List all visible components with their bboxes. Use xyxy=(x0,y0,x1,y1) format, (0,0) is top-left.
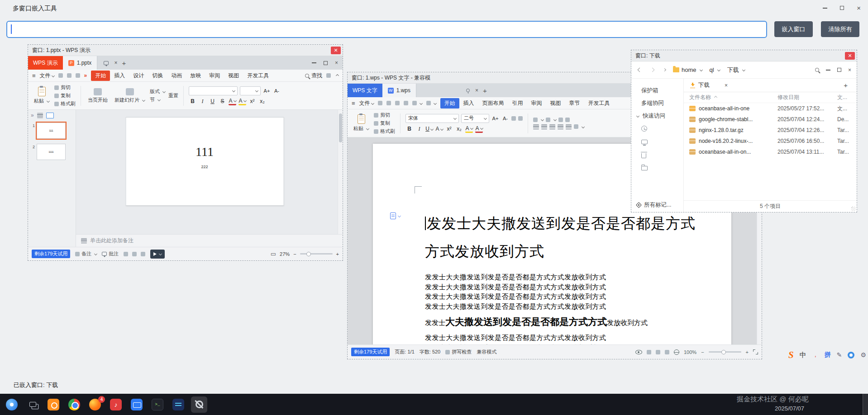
save-icon[interactable] xyxy=(58,73,63,78)
sidebar-item-quick-access[interactable]: 快速访问 xyxy=(631,109,683,122)
forward-icon[interactable] xyxy=(650,68,655,72)
scrollbar-thumb[interactable] xyxy=(339,113,342,142)
format-painter-button[interactable]: 格式刷 xyxy=(54,100,76,107)
redo-button[interactable] xyxy=(426,101,436,105)
close-tab-icon[interactable]: × xyxy=(475,88,478,93)
format-painter-button[interactable]: 格式刷 xyxy=(374,128,395,135)
host-maximize-icon[interactable] xyxy=(840,6,844,10)
writer-menu-item[interactable]: 插入 xyxy=(459,98,478,108)
sidebar-item-all-tags[interactable]: 所有标记... xyxy=(637,201,671,209)
files-tab-downloads[interactable]: 下载 × xyxy=(688,79,730,92)
format-painter-icon[interactable] xyxy=(404,101,408,105)
reading-view-icon[interactable] xyxy=(141,252,145,256)
ime-logo[interactable]: S xyxy=(788,349,794,361)
ppt-app-close-icon[interactable]: × xyxy=(335,60,338,66)
ppt-menu-item[interactable]: 插入 xyxy=(110,71,129,81)
writer-menu-item[interactable]: 开发工具 xyxy=(584,98,614,108)
search-icon[interactable] xyxy=(815,68,819,72)
close-tab-icon[interactable]: × xyxy=(725,83,728,88)
increase-font-icon[interactable]: A+ xyxy=(263,87,271,94)
writer-menu-item[interactable]: 页面布局 xyxy=(478,98,508,108)
section-button[interactable]: 节 xyxy=(150,96,165,103)
multitasking-view-icon[interactable] xyxy=(24,396,41,413)
terminal-icon[interactable]: >_ xyxy=(149,396,166,413)
file-row[interactable]: google-chrome-stabl... 2025/07/04 12:24.… xyxy=(684,114,857,125)
zoom-in-icon[interactable]: + xyxy=(746,349,749,355)
notes-bar[interactable]: 单击此处添加备注 xyxy=(76,234,343,247)
line-spacing-icon[interactable] xyxy=(574,124,578,129)
column-date[interactable]: 修改日期 xyxy=(777,94,837,101)
comments-toggle[interactable]: 批注 xyxy=(102,250,119,257)
increase-font-icon[interactable]: A+ xyxy=(491,114,499,122)
ppt-doc-tab[interactable]: P 1.pptx xyxy=(63,56,98,70)
ime-settings-icon[interactable]: ⚙ xyxy=(860,351,866,358)
launcher-icon[interactable] xyxy=(4,396,20,413)
font-color-icon[interactable]: A xyxy=(229,98,236,105)
slideshow-play-button[interactable] xyxy=(150,250,165,259)
decrease-font-icon[interactable]: A- xyxy=(273,87,281,94)
underline-icon[interactable]: U xyxy=(425,125,433,133)
mail-app-icon[interactable] xyxy=(129,396,145,413)
strikethrough-icon[interactable]: S xyxy=(219,98,226,105)
sidebar-item-recent[interactable] xyxy=(631,122,683,135)
new-tab-button[interactable]: + xyxy=(117,56,130,70)
new-slide-button[interactable]: 新建幻灯片 xyxy=(113,88,147,104)
font-color-icon[interactable]: A xyxy=(475,125,483,133)
zoom-out-icon[interactable]: − xyxy=(701,349,704,355)
cut-button[interactable]: 剪切 xyxy=(374,112,395,118)
preview-icon[interactable] xyxy=(76,73,80,78)
file-row[interactable]: nginx-1.28.0.tar.gz 2025/07/04 12:26... … xyxy=(684,125,857,136)
ime-pinyin-mode[interactable]: 拼 xyxy=(825,351,831,359)
ppt-menu-item[interactable]: 开始 xyxy=(91,71,110,81)
zoom-slider[interactable] xyxy=(709,351,741,353)
clear-format-icon[interactable] xyxy=(511,116,516,121)
undo-button[interactable] xyxy=(412,101,422,105)
app-store-icon[interactable] xyxy=(45,396,62,413)
bullet-list-icon[interactable] xyxy=(533,118,538,122)
style-mark[interactable] xyxy=(390,212,401,219)
paste-button[interactable]: 粘贴 xyxy=(32,87,51,104)
ppt-app-minimize-icon[interactable] xyxy=(312,62,316,63)
zoom-in-icon[interactable]: + xyxy=(336,251,339,257)
ime-punctuation-toggle[interactable]: ， xyxy=(812,351,819,359)
embed-input[interactable] xyxy=(6,21,767,38)
breadcrumb-home[interactable]: home xyxy=(673,66,702,73)
resize-grip[interactable] xyxy=(851,207,856,211)
copy-button[interactable]: 复制 xyxy=(374,120,395,127)
numbered-list-icon[interactable] xyxy=(546,118,550,122)
fullscreen-icon[interactable] xyxy=(753,349,758,354)
hamburger-icon[interactable]: ≡ xyxy=(352,100,355,107)
font-name-combo[interactable] xyxy=(189,86,238,95)
ppt-menu-item[interactable]: 开发工具 xyxy=(243,71,273,81)
settings-icon[interactable] xyxy=(326,73,331,78)
fm-minimize-icon[interactable] xyxy=(826,70,830,71)
sidebar-item-vault[interactable]: 保护箱 xyxy=(631,84,683,97)
align-justify-icon[interactable] xyxy=(558,124,563,129)
show-desktop-button[interactable] xyxy=(863,394,868,415)
wps-writer-button[interactable]: WPS 文字 xyxy=(348,84,382,97)
font-size-combo[interactable]: 二号 xyxy=(461,114,489,123)
feedback-icon[interactable] xyxy=(104,61,109,65)
ime-handwriting-icon[interactable]: ✎ xyxy=(837,351,842,358)
writer-menu-item[interactable]: 开始 xyxy=(440,98,459,108)
ppt-menu-item[interactable]: 审阅 xyxy=(205,71,224,81)
sidebar-item-trash[interactable] xyxy=(631,148,683,161)
zoom-out-icon[interactable]: − xyxy=(293,251,296,257)
editor-app-icon[interactable] xyxy=(170,396,186,413)
writer-menu-item[interactable]: 审阅 xyxy=(527,98,546,108)
ppt-menu-item[interactable]: 设计 xyxy=(129,71,148,81)
more-indicator-icon[interactable]: » xyxy=(84,72,87,79)
web-layout-icon[interactable] xyxy=(674,349,679,355)
writer-menu-item[interactable]: 视图 xyxy=(546,98,565,108)
highlight-icon[interactable]: A xyxy=(238,98,246,105)
web-view-icon[interactable] xyxy=(665,350,669,354)
italic-icon[interactable]: I xyxy=(415,125,423,133)
bold-icon[interactable]: B xyxy=(405,125,413,133)
zoom-slider[interactable] xyxy=(300,253,333,255)
ppt-window-titlebar[interactable]: 窗口: 1.pptx - WPS 演示 ✕ xyxy=(28,45,343,56)
column-type[interactable]: 文... xyxy=(837,94,851,101)
slide-thumbnail[interactable]: 2 11111 xyxy=(31,144,73,160)
print-preview-icon[interactable] xyxy=(395,101,400,105)
embed-window-button[interactable]: 嵌入窗口 xyxy=(774,21,813,37)
eye-protection-icon[interactable] xyxy=(635,350,642,354)
